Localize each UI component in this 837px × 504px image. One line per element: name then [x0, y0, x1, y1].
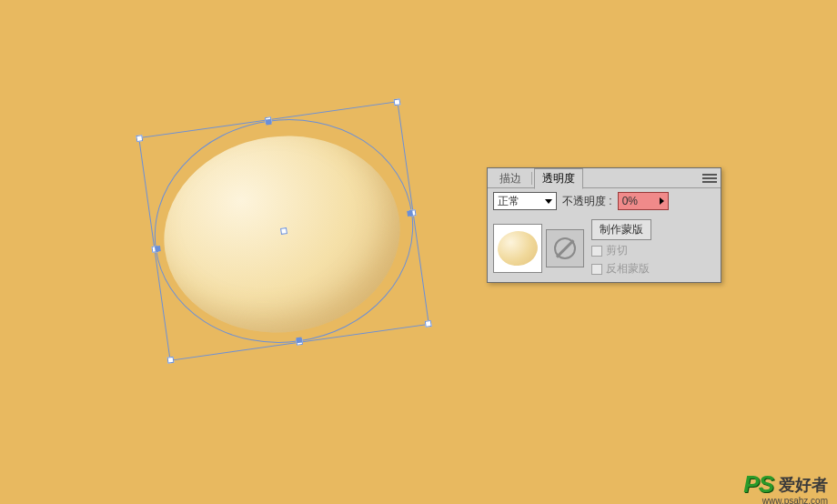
chevron-down-icon: [545, 199, 552, 204]
panel-mask-body: 制作蒙版 剪切 反相蒙版: [488, 214, 721, 282]
clip-label: 剪切: [606, 243, 628, 258]
bbox-handle-tl[interactable]: [136, 135, 143, 142]
watermark-logo: PS: [743, 470, 773, 499]
bbox-handle-tm[interactable]: [265, 116, 272, 124]
blend-mode-select[interactable]: 正常: [493, 192, 557, 210]
opacity-input[interactable]: 0%: [618, 192, 669, 210]
opacity-value: 0%: [622, 195, 638, 207]
anchor-top[interactable]: [266, 119, 272, 126]
anchor-bottom[interactable]: [296, 337, 302, 343]
invert-label: 反相蒙版: [606, 261, 650, 277]
panel-tab-bar: 描边 透明度: [488, 168, 721, 188]
no-mask-icon: [554, 237, 576, 259]
object-thumbnail-preview: [496, 228, 540, 268]
tab-stroke[interactable]: 描边: [491, 168, 529, 189]
invert-checkbox-row: 反相蒙版: [591, 261, 651, 277]
mask-options: 制作蒙版 剪切 反相蒙版: [588, 219, 651, 277]
bbox-handle-tr[interactable]: [394, 98, 401, 106]
thumbnail-group: [493, 219, 584, 277]
watermark-url: www.psahz.com: [762, 496, 828, 504]
egg-ellipse-shape[interactable]: [151, 121, 412, 348]
canvas-artwork: [127, 91, 418, 400]
watermark: PS 爱好者: [743, 470, 828, 499]
clip-checkbox: [591, 246, 602, 257]
tab-separator: [531, 172, 532, 185]
watermark-text: 爱好者: [779, 474, 828, 496]
clip-checkbox-row: 剪切: [591, 243, 651, 258]
bbox-handle-ml[interactable]: [151, 246, 158, 253]
bbox-handle-bm[interactable]: [296, 338, 303, 346]
bbox-handle-br[interactable]: [425, 320, 432, 328]
object-thumbnail[interactable]: [493, 224, 542, 273]
anchor-right[interactable]: [407, 210, 413, 217]
tab-transparency[interactable]: 透明度: [534, 168, 583, 189]
panel-menu-icon[interactable]: [702, 172, 717, 185]
panel-blend-row: 正常 不透明度 : 0%: [488, 188, 721, 214]
bbox-handle-bl[interactable]: [167, 357, 175, 364]
blend-mode-value: 正常: [498, 194, 519, 209]
bbox-handle-mr[interactable]: [409, 209, 417, 217]
arrow-right-icon: [660, 197, 664, 205]
opacity-label: 不透明度 :: [562, 194, 612, 209]
make-mask-button[interactable]: 制作蒙版: [591, 219, 651, 240]
mask-thumbnail[interactable]: [546, 229, 584, 267]
invert-checkbox: [591, 264, 602, 275]
transparency-panel: 描边 透明度 正常 不透明度 : 0% 制作蒙版: [487, 167, 721, 283]
anchor-left[interactable]: [155, 246, 161, 252]
